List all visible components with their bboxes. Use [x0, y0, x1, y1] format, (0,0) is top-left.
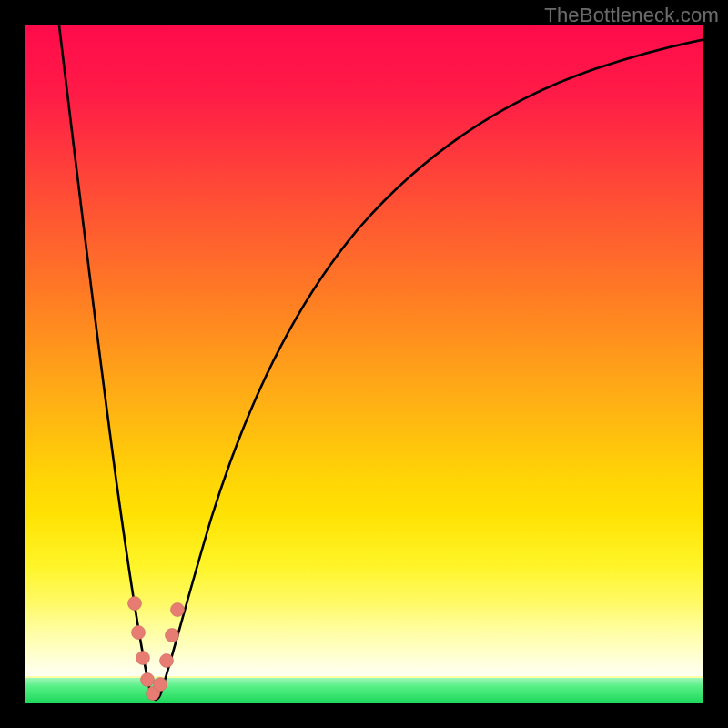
svg-point-3 [141, 673, 155, 687]
watermark-text: TheBottleneck.com [544, 4, 719, 27]
svg-point-0 [128, 597, 142, 611]
bottleneck-chart-svg [0, 0, 728, 728]
svg-point-7 [166, 629, 179, 642]
svg-point-1 [132, 626, 146, 640]
svg-point-5 [154, 678, 167, 692]
chart-stage: TheBottleneck.com [0, 0, 728, 728]
svg-point-6 [160, 654, 174, 668]
plot-area-group [25, 25, 706, 703]
green-band [25, 678, 703, 703]
svg-point-8 [171, 603, 185, 617]
svg-point-2 [136, 652, 150, 665]
bottom-glow [25, 514, 703, 676]
